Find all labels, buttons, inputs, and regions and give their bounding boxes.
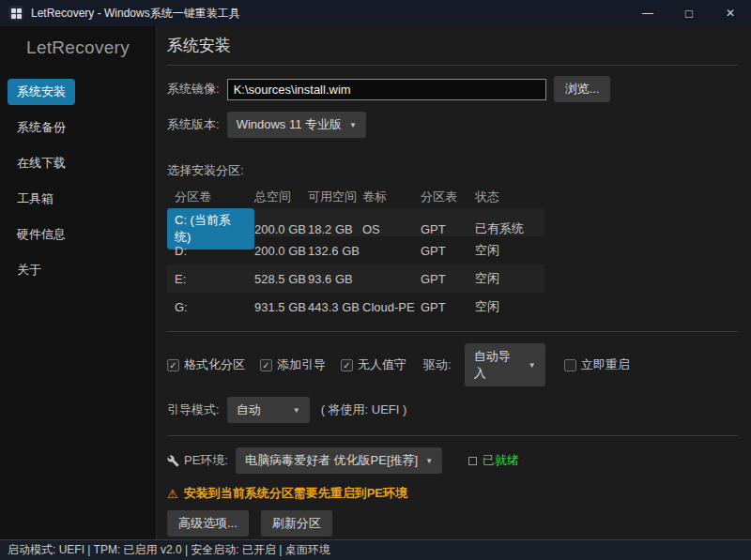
app-window: LetRecovery - Windows系统一键重装工具 — □ ✕ LetR… [0, 0, 751, 560]
system-version-label: 系统版本: [167, 116, 220, 133]
cell-status: 空闲 [475, 270, 544, 287]
chevron-down-icon: ▼ [349, 121, 357, 129]
col-header-total: 总空间 [254, 189, 308, 205]
partition-row-g[interactable]: G: 931.5 GB 443.3 GB Cloud-PE GPT 空闲 [167, 293, 544, 321]
cell-table: GPT [421, 244, 475, 258]
cell-free: 93.6 GB [308, 272, 362, 286]
sidebar-item-about[interactable]: 关于 [8, 257, 51, 283]
boot-mode-dropdown[interactable]: 自动 ▼ [227, 397, 310, 423]
pe-environment-dropdown[interactable]: 电脑病毒爱好者 优化版PE[推荐] ▼ [236, 447, 442, 474]
cell-volume: E: [167, 272, 254, 286]
boot-mode-hint: ( 将使用: UEFI ) [321, 401, 407, 418]
page-title: 系统安装 [167, 33, 738, 65]
install-options-row: ✓ 格式化分区 ✓ 添加引导 ✓ 无人值守 驱动: 自动导入 ▼ [167, 343, 738, 386]
title-divider [167, 65, 738, 66]
window-title: LetRecovery - Windows系统一键重装工具 [31, 6, 240, 22]
driver-dropdown[interactable]: 自动导入 ▼ [465, 343, 545, 386]
secondary-actions-row: 高级选项... 刷新分区 [167, 510, 738, 537]
reboot-now-checkbox[interactable]: 立即重启 [564, 356, 630, 373]
col-header-status: 状态 [475, 189, 544, 205]
partition-row-c[interactable]: C: (当前系统) 200.0 GB 18.2 GB OS GPT 已有系统 [167, 208, 544, 236]
pe-status-indicator: 已就绪 [468, 452, 519, 469]
sidebar-item-toolbox[interactable]: 工具箱 [8, 186, 63, 212]
sidebar-item-hardware-info[interactable]: 硬件信息 [8, 221, 75, 248]
system-image-input[interactable] [227, 79, 546, 100]
cell-table: GPT [421, 222, 475, 236]
pe-divider [167, 435, 738, 436]
options-divider [167, 331, 738, 332]
pe-environment-row: PE环境: 电脑病毒爱好者 优化版PE[推荐] ▼ 已就绪 [167, 447, 738, 474]
sidebar-item-system-install[interactable]: 系统安装 [8, 79, 75, 105]
brand-logo: LetRecovery [0, 38, 156, 79]
boot-mode-value: 自动 [237, 401, 261, 418]
add-boot-checkbox[interactable]: ✓ 添加引导 [260, 356, 326, 373]
warning-icon: ⚠ [167, 487, 178, 501]
checkbox-checked-icon: ✓ [260, 359, 272, 371]
cell-volume: G: [167, 300, 254, 314]
cell-total: 528.5 GB [254, 272, 308, 286]
boot-mode-label: 引导模式: [167, 401, 220, 418]
system-image-row: 系统镜像: 浏览... [167, 76, 738, 102]
cell-free: 18.2 GB [308, 222, 362, 236]
checkbox-checked-icon: ✓ [341, 359, 353, 371]
boot-mode-row: 引导模式: 自动 ▼ ( 将使用: UEFI ) [167, 397, 738, 423]
col-header-volname: 卷标 [362, 189, 421, 205]
cell-volume: D: [167, 244, 254, 258]
format-partition-checkbox[interactable]: ✓ 格式化分区 [167, 356, 245, 373]
partition-select-label: 选择安装分区: [167, 162, 738, 179]
cell-volname: Cloud-PE [362, 300, 421, 314]
app-logo-icon [8, 6, 23, 21]
chevron-down-icon: ▼ [425, 457, 433, 465]
chevron-down-icon: ▼ [293, 406, 300, 415]
format-partition-label: 格式化分区 [184, 356, 245, 373]
pe-status-text: 已就绪 [483, 452, 519, 469]
cell-table: GPT [421, 300, 475, 314]
system-image-label: 系统镜像: [167, 81, 220, 98]
unattended-checkbox[interactable]: ✓ 无人值守 [341, 356, 406, 373]
pe-environment-value: 电脑病毒爱好者 优化版PE[推荐] [245, 452, 418, 469]
col-header-volume: 分区卷 [167, 189, 254, 205]
minimize-button[interactable]: — [627, 0, 668, 26]
statusbar: 启动模式: UEFI | TPM: 已启用 v2.0 | 安全启动: 已开启 |… [0, 539, 751, 560]
system-version-value: Windows 11 专业版 [237, 116, 342, 133]
refresh-partitions-button[interactable]: 刷新分区 [261, 510, 332, 537]
window-controls: — □ ✕ [627, 0, 751, 26]
warning-message: ⚠ 安装到当前系统分区需要先重启到PE环境 [167, 485, 738, 502]
cell-total: 200.0 GB [254, 244, 308, 258]
col-header-table: 分区表 [421, 189, 475, 205]
cell-free: 132.6 GB [308, 244, 362, 258]
sidebar-item-system-backup[interactable]: 系统备份 [8, 114, 75, 141]
cell-status: 已有系统 [475, 220, 544, 237]
wrench-icon [167, 455, 179, 467]
cell-volname: OS [362, 222, 421, 236]
close-button[interactable]: ✕ [710, 0, 751, 26]
partition-table-header: 分区卷 总空间 可用空间 卷标 分区表 状态 [167, 186, 544, 208]
browse-button[interactable]: 浏览... [554, 76, 611, 102]
cell-status: 空闲 [475, 242, 544, 259]
driver-label: 驱动: [423, 356, 452, 373]
pe-environment-label: PE环境: [184, 452, 228, 469]
advanced-options-button[interactable]: 高级选项... [167, 510, 249, 537]
cell-total: 200.0 GB [254, 222, 308, 236]
unattended-label: 无人值守 [358, 356, 406, 373]
cell-free: 443.3 GB [308, 300, 362, 314]
cell-table: GPT [421, 272, 475, 286]
partition-table: 分区卷 总空间 可用空间 卷标 分区表 状态 C: (当前系统) 200.0 G… [167, 186, 544, 321]
sidebar-item-online-download[interactable]: 在线下载 [8, 150, 75, 176]
maximize-button[interactable]: □ [668, 0, 710, 26]
add-boot-label: 添加引导 [277, 356, 326, 373]
warning-text: 安装到当前系统分区需要先重启到PE环境 [184, 485, 407, 502]
checkbox-unchecked-icon [564, 359, 576, 371]
titlebar: LetRecovery - Windows系统一键重装工具 — □ ✕ [0, 0, 751, 26]
sidebar: LetRecovery 系统安装 系统备份 在线下载 工具箱 硬件信息 关于 [0, 26, 157, 539]
system-version-dropdown[interactable]: Windows 11 专业版 ▼ [227, 112, 366, 138]
system-version-row: 系统版本: Windows 11 专业版 ▼ [167, 112, 738, 138]
statusbar-text: 启动模式: UEFI | TPM: 已启用 v2.0 | 安全启动: 已开启 |… [8, 542, 330, 558]
main-content: 系统安装 系统镜像: 浏览... 系统版本: Windows 11 专业版 ▼ … [157, 26, 751, 539]
chevron-down-icon: ▼ [529, 361, 536, 370]
partition-row-e[interactable]: E: 528.5 GB 93.6 GB GPT 空闲 [167, 265, 544, 293]
status-square-icon [468, 457, 477, 465]
col-header-free: 可用空间 [308, 189, 362, 205]
cell-status: 空闲 [475, 298, 544, 315]
reboot-now-label: 立即重启 [581, 356, 630, 373]
